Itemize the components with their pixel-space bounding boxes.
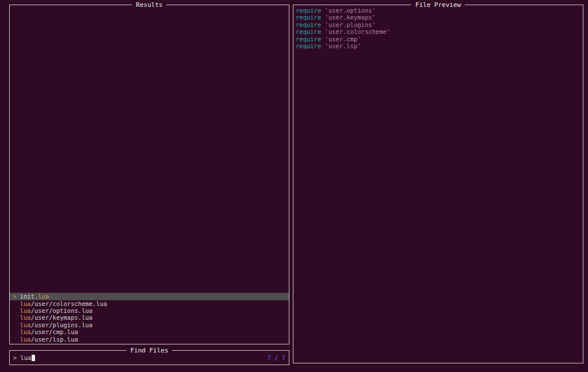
selection-caret-icon <box>13 300 20 307</box>
filename-text: /user/plugins.lua <box>31 321 92 328</box>
result-item[interactable]: lua/user/keymaps.lua <box>10 314 289 321</box>
selection-caret-icon <box>13 307 20 314</box>
string-token: 'user.cmp' <box>325 36 361 42</box>
match-highlight: lua <box>20 300 31 307</box>
code-line: require 'user.colorscheme' <box>296 28 583 35</box>
selection-caret-icon: > <box>13 293 20 300</box>
match-highlight: lua <box>38 293 49 300</box>
result-item[interactable]: > init.lua <box>10 293 289 300</box>
find-files-panel: Find Files >lua 7 / 7 <box>9 350 289 365</box>
preview-code: require 'user.options'require 'user.keym… <box>293 5 583 49</box>
keyword-token: require <box>296 42 321 49</box>
result-item[interactable]: lua/user/colorscheme.lua <box>10 300 289 307</box>
result-item[interactable]: lua/user/plugins.lua <box>10 321 289 328</box>
results-counter: 7 / 7 <box>267 354 285 361</box>
match-highlight: lua <box>20 321 31 328</box>
code-line: require 'user.cmp' <box>296 36 583 42</box>
code-line: require 'user.plugins' <box>296 21 583 28</box>
find-files-panel-title: Find Files <box>126 347 172 354</box>
fuzzy-finder-ui: Results > init.lua lua/user/colorscheme.… <box>0 0 588 372</box>
keyword-token: require <box>296 28 321 35</box>
selection-caret-icon <box>13 314 20 321</box>
filename-text: /user/options.lua <box>31 307 92 314</box>
match-highlight: lua <box>20 307 31 314</box>
keyword-token: require <box>296 7 321 14</box>
code-line: require 'user.keymaps' <box>296 14 583 21</box>
results-list: > init.lua lua/user/colorscheme.lua lua/… <box>10 293 289 343</box>
file-preview-panel: File Preview require 'user.options'requi… <box>293 5 583 363</box>
search-input[interactable]: lua <box>20 354 31 361</box>
keyword-token: require <box>296 14 321 21</box>
keyword-token: require <box>296 36 321 42</box>
filename-text: /user/cmp.lua <box>31 328 78 335</box>
match-highlight: lua <box>20 328 31 335</box>
filename-text: /user/lsp.lua <box>31 336 78 343</box>
filename-text: init. <box>20 293 38 300</box>
text-cursor <box>32 355 35 361</box>
string-token: 'user.plugins' <box>325 21 376 28</box>
string-token: 'user.keymaps' <box>325 14 376 21</box>
match-highlight: lua <box>20 336 31 343</box>
result-item[interactable]: lua/user/lsp.lua <box>10 336 289 343</box>
match-highlight: lua <box>20 314 31 321</box>
file-preview-panel-title: File Preview <box>411 1 465 9</box>
selection-caret-icon <box>13 336 20 343</box>
filename-text: /user/keymaps.lua <box>31 314 92 321</box>
result-item[interactable]: lua/user/cmp.lua <box>10 328 289 335</box>
prompt-caret-icon: > <box>13 354 17 361</box>
string-token: 'user.lsp' <box>325 42 361 49</box>
result-item[interactable]: lua/user/options.lua <box>10 307 289 314</box>
results-panel-title: Results <box>132 1 167 9</box>
selection-caret-icon <box>13 328 20 335</box>
selection-caret-icon <box>13 321 20 328</box>
results-panel: Results > init.lua lua/user/colorscheme.… <box>9 5 289 344</box>
filename-text: /user/colorscheme.lua <box>31 300 107 307</box>
string-token: 'user.colorscheme' <box>325 28 390 35</box>
string-token: 'user.options' <box>325 7 376 14</box>
keyword-token: require <box>296 21 321 28</box>
code-line: require 'user.lsp' <box>296 42 583 49</box>
